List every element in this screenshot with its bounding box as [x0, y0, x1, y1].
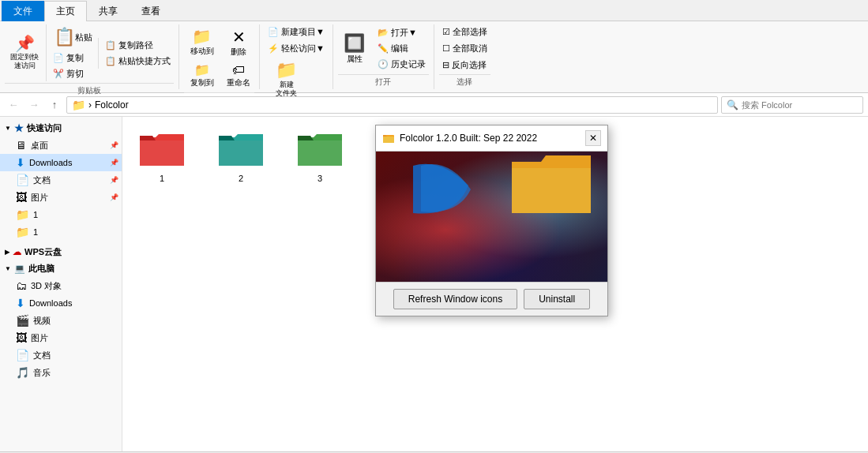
group-open: 🔲 属性 📂 打开▼ ✏️ 编辑 🕐 历史记录 — [333, 24, 434, 89]
chevron-icon-2: ▶ — [5, 249, 9, 256]
group-organize: 📁 移动到 📁 复制到 ✕ 删除 🏷 重命名 — [179, 24, 260, 89]
paste-shortcut-button[interactable]: 📋 粘贴快捷方式 — [102, 54, 174, 69]
copy-label: 复制 — [66, 52, 84, 64]
open-col: 📂 打开▼ ✏️ 编辑 🕐 历史记录 — [374, 25, 429, 72]
address-bar: ← → ↑ 📁 › Folcolor 🔍 — [0, 93, 868, 117]
sidebar-item-pc-downloads-label: Downloads — [29, 298, 114, 308]
ribbon: 文件 主页 共享 查看 📌 固定到快速访问 📋 粘贴 — [0, 0, 868, 93]
search-box: 🔍 — [721, 96, 863, 114]
copy-path-label: 复制路径 — [118, 39, 153, 51]
paste-shortcut-label: 粘贴快捷方式 — [118, 55, 171, 67]
sidebar-item-folder2[interactable]: 📁 1 — [0, 223, 122, 241]
delete-label: 删除 — [231, 47, 246, 58]
address-path[interactable]: 📁 › Folcolor — [66, 96, 718, 114]
popup-folder-front — [409, 162, 472, 217]
easy-access-button[interactable]: ⚡ 轻松访问▼ — [265, 41, 328, 56]
group-new: 📄 新建项目▼ ⚡ 轻松访问▼ 📁 新建文件夹 新建 — [260, 24, 333, 89]
properties-button[interactable]: 🔲 属性 — [338, 31, 371, 67]
sidebar-item-folder1-label: 1 — [33, 210, 114, 219]
rename-icon: 🏷 — [232, 63, 245, 77]
quick-access-header[interactable]: ▼ ★ 快速访问 — [0, 120, 122, 137]
sidebar-item-pc-pictures-label: 图片 — [31, 332, 114, 344]
paste-shortcut-icon: 📋 — [105, 56, 116, 66]
open-button[interactable]: 📂 打开▼ — [374, 25, 429, 40]
sidebar-item-pc-pictures[interactable]: 🖼 图片 — [0, 329, 122, 346]
select-none-button[interactable]: ☐ 全部取消 — [439, 41, 490, 56]
copy-path-icon: 📋 — [105, 40, 116, 51]
rename-button[interactable]: 🏷 重命名 — [223, 61, 254, 91]
music-icon: 🎵 — [16, 366, 29, 379]
sidebar-item-pc-docs[interactable]: 📄 文档 — [0, 346, 122, 364]
search-input[interactable] — [742, 100, 858, 110]
copy-to-label: 复制到 — [190, 77, 214, 88]
tab-view[interactable]: 查看 — [130, 1, 172, 21]
uninstall-button[interactable]: Uninstall — [524, 289, 590, 309]
sidebar-item-pictures[interactable]: 🖼 图片 📌 — [0, 189, 122, 206]
pin-to-quick-access-button[interactable]: 📌 固定到快速访问 — [5, 33, 44, 73]
svg-rect-4 — [383, 137, 394, 143]
popup-title: Folcolor 1.2.0 Built: Sep 22 2022 — [400, 133, 581, 144]
sidebar-item-downloads-label: Downloads — [29, 158, 114, 167]
3d-icon: 🗂 — [16, 279, 27, 292]
cut-button[interactable]: ✂️ 剪切 — [50, 66, 96, 81]
select-label: 选择 — [439, 74, 490, 89]
organize-group-content: 📁 移动到 📁 复制到 ✕ 删除 🏷 重命名 — [184, 24, 254, 91]
copy-to-button[interactable]: 📁 复制到 — [184, 60, 220, 91]
tab-home[interactable]: 主页 — [44, 1, 87, 21]
popup-folder-back — [508, 152, 595, 217]
new-group-content: 📄 新建项目▼ ⚡ 轻松访问▼ 📁 新建文件夹 — [265, 24, 328, 100]
invert-selection-button[interactable]: ⊟ 反向选择 — [439, 58, 490, 73]
new-item-button[interactable]: 📄 新建项目▼ — [265, 24, 328, 39]
refresh-window-icons-button[interactable]: Refresh Window icons — [393, 289, 517, 309]
sidebar-item-video[interactable]: 🎬 视频 — [0, 312, 122, 329]
ribbon-tab-bar: 文件 主页 共享 查看 — [0, 0, 868, 21]
sidebar-item-docs-label: 文档 — [33, 174, 114, 186]
main-layout: ▼ ★ 快速访问 🖥 桌面 📌 ⬇ Downloads 📌 📄 文档 📌 🖼 图… — [0, 117, 868, 451]
wps-header[interactable]: ▶ ☁ WPS云盘 — [0, 244, 122, 260]
this-pc-icon: 💻 — [14, 264, 25, 274]
invert-icon: ⊟ — [442, 60, 449, 70]
move-to-button[interactable]: 📁 移动到 — [184, 24, 220, 59]
delete-button[interactable]: ✕ 删除 — [223, 25, 254, 60]
history-button[interactable]: 🕐 历史记录 — [374, 57, 429, 72]
back-button[interactable]: ← — [5, 96, 22, 114]
select-all-button[interactable]: ☑ 全部选择 — [439, 24, 490, 39]
up-button[interactable]: ↑ — [46, 96, 63, 114]
move-icon: 📁 — [192, 27, 212, 46]
sidebar-item-music[interactable]: 🎵 音乐 — [0, 364, 122, 381]
new-item-icon: 📄 — [268, 27, 279, 37]
wps-icon: ☁ — [13, 247, 21, 257]
sidebar-item-video-label: 视频 — [33, 315, 114, 327]
clipboard-group-content: 📌 固定到快速访问 📋 粘贴 📄 复制 ✂️ 剪切 — [5, 24, 174, 81]
sidebar-item-3d[interactable]: 🗂 3D 对象 — [0, 277, 122, 294]
sidebar-item-pc-downloads[interactable]: ⬇ Downloads — [0, 294, 122, 312]
paste-button[interactable]: 📋 粘贴 — [50, 24, 96, 50]
sidebar-item-downloads[interactable]: ⬇ Downloads 📌 — [0, 154, 122, 171]
select-none-icon: ☐ — [442, 43, 450, 54]
popup-close-button[interactable]: ✕ — [585, 130, 601, 146]
edit-button[interactable]: ✏️ 编辑 — [374, 41, 429, 56]
history-icon: 🕐 — [378, 59, 389, 69]
tab-share[interactable]: 共享 — [87, 1, 130, 21]
copy-path-button[interactable]: 📋 复制路径 — [102, 38, 174, 53]
sidebar-item-desktop[interactable]: 🖥 桌面 📌 — [0, 137, 122, 154]
cut-label: 剪切 — [66, 68, 84, 80]
rename-label: 重命名 — [227, 77, 250, 88]
sidebar: ▼ ★ 快速访问 🖥 桌面 📌 ⬇ Downloads 📌 📄 文档 📌 🖼 图… — [0, 117, 122, 451]
sidebar-item-folder2-label: 1 — [33, 227, 114, 237]
popup-app-icon — [382, 132, 395, 144]
copy-button[interactable]: 📄 复制 — [50, 51, 96, 66]
sidebar-item-folder1[interactable]: 📁 1 — [0, 206, 122, 223]
sidebar-item-docs[interactable]: 📄 文档 📌 — [0, 171, 122, 189]
docs-icon: 📄 — [16, 174, 29, 186]
easy-access-label: 轻松访问▼ — [281, 43, 325, 54]
popup-image-area — [376, 152, 607, 282]
this-pc-header[interactable]: ▼ 💻 此电脑 — [0, 260, 122, 277]
copy-icon: 📄 — [53, 53, 64, 63]
sidebar-item-pictures-label: 图片 — [31, 192, 114, 204]
new-folder-button[interactable]: 📁 新建文件夹 — [265, 58, 308, 100]
forward-button[interactable]: → — [25, 96, 43, 114]
new-folder-icon: 📁 — [276, 60, 297, 80]
cut-icon: ✂️ — [53, 69, 64, 79]
tab-file[interactable]: 文件 — [2, 1, 44, 21]
